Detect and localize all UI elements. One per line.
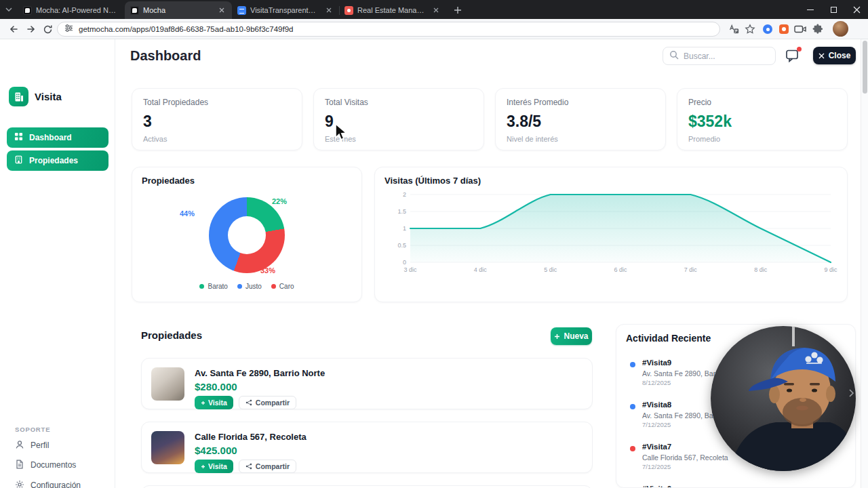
activity-id: #Visita7 xyxy=(642,443,671,451)
legend-dot xyxy=(199,284,204,289)
browser-tab-2-active[interactable]: Mocha xyxy=(125,1,232,19)
sidebar-item-perfil[interactable]: Perfil xyxy=(15,439,49,451)
page-scrollbar xyxy=(861,39,868,488)
legend-item: Justo xyxy=(237,283,262,290)
browser-tab-4[interactable]: Real Estate Management Dash xyxy=(339,1,446,19)
tab-close-icon[interactable] xyxy=(431,5,441,16)
search-box[interactable] xyxy=(663,47,776,65)
notifications-icon[interactable] xyxy=(785,49,800,64)
person-icon xyxy=(15,440,24,451)
forward-icon[interactable] xyxy=(23,21,39,37)
property-title: Calle Florida 567, Recoleta xyxy=(195,432,307,442)
address-bar[interactable]: getmocha.com/apps/019af8d6-6638-75ad-ab1… xyxy=(57,22,720,37)
browser-toolbar: getmocha.com/apps/019af8d6-6638-75ad-ab1… xyxy=(0,19,868,39)
stat-value: 3.8/5 xyxy=(507,113,654,131)
stat-sublabel: Promedio xyxy=(688,135,836,143)
stat-sublabel: Activas xyxy=(143,135,291,143)
brand-name: Visita xyxy=(35,91,62,102)
webcam-overlay xyxy=(711,326,856,471)
sidebar-item-label: Configuración xyxy=(31,481,81,488)
properties-donut-card: Propiedades 44% 22% 33% Barato Justo Car… xyxy=(132,167,362,302)
window-close-button[interactable] xyxy=(845,0,868,19)
property-price: $425.000 xyxy=(195,445,307,456)
activity-dot xyxy=(630,404,635,409)
browser-tab-1[interactable]: Mocha: AI-Powered No-Code A xyxy=(18,1,125,19)
scrollbar-thumb[interactable] xyxy=(863,41,867,94)
translate-icon[interactable] xyxy=(726,21,742,37)
gear-icon xyxy=(15,480,24,488)
sidebar-item-documentos[interactable]: Documentos xyxy=(15,459,76,471)
building-icon xyxy=(14,155,23,166)
visit-button[interactable]: Visita xyxy=(195,396,233,409)
window-minimize-button[interactable] xyxy=(799,0,822,19)
stat-label: Interés Promedio xyxy=(507,98,654,107)
property-price: $280.000 xyxy=(195,381,325,392)
tab-close-icon[interactable] xyxy=(216,5,226,16)
search-input[interactable] xyxy=(684,52,758,61)
visit-button[interactable]: Visita xyxy=(195,460,233,473)
tab-close-icon[interactable] xyxy=(323,5,334,16)
stat-value: 3 xyxy=(143,113,291,131)
property-title: Av. Santa Fe 2890, Barrio Norte xyxy=(195,368,325,378)
share-button[interactable]: Compartir xyxy=(239,460,296,473)
grid-icon xyxy=(14,132,23,143)
new-tab-button[interactable] xyxy=(449,1,467,19)
close-button[interactable]: Close xyxy=(813,47,856,64)
donut-legend: Barato Justo Caro xyxy=(132,283,361,290)
chart-title: Propiedades xyxy=(142,176,195,186)
app-logo[interactable]: Visita xyxy=(9,87,62,106)
extension-orange-icon[interactable] xyxy=(776,21,792,37)
new-property-button[interactable]: Nueva xyxy=(551,327,592,345)
building-logo-icon xyxy=(9,87,28,106)
activity-dot xyxy=(630,362,635,367)
legend-item: Caro xyxy=(271,283,294,290)
chart-title: Visitas (Últimos 7 días) xyxy=(384,176,481,186)
activity-title: Actividad Reciente xyxy=(626,333,711,344)
webcam-person xyxy=(711,326,856,471)
browser-profile-avatar[interactable] xyxy=(833,21,848,37)
site-info-icon[interactable] xyxy=(64,23,73,35)
svg-text:7 dic: 7 dic xyxy=(684,266,698,273)
property-list-item-clipped[interactable] xyxy=(141,485,593,488)
tab-title: Mocha: AI-Powered No-Code A xyxy=(36,6,119,14)
svg-text:6 dic: 6 dic xyxy=(614,266,627,273)
activity-dot xyxy=(630,446,635,451)
visits-line-card: Visitas (Últimos 7 días) 21.510.503 dic4… xyxy=(374,167,848,302)
activity-date: 7/12/2025 xyxy=(642,421,671,428)
stat-sublabel: Nivel de interés xyxy=(507,135,654,143)
screen-capture-icon[interactable] xyxy=(792,21,808,37)
extension-blue-icon[interactable] xyxy=(760,21,776,37)
stat-label: Total Visitas xyxy=(325,98,473,107)
page-title: Dashboard xyxy=(130,48,201,64)
activity-item[interactable]: #Visita6 xyxy=(627,485,846,488)
tab-title: Real Estate Management Dash xyxy=(357,6,427,14)
document-icon xyxy=(15,460,24,471)
donut-label-justo: 44% xyxy=(180,209,195,218)
donut-label-caro: 33% xyxy=(260,266,275,274)
sidebar-item-configuracion[interactable]: Configuración xyxy=(15,479,81,488)
tab-search-chevron-icon[interactable] xyxy=(0,0,18,19)
extensions-puzzle-icon[interactable] xyxy=(810,21,826,37)
reload-icon[interactable] xyxy=(39,21,56,37)
share-button[interactable]: Compartir xyxy=(239,396,296,409)
tab-title: VisitaTransparente - Documen xyxy=(250,6,319,14)
svg-text:3 dic: 3 dic xyxy=(403,266,417,273)
tab-title: Mocha xyxy=(143,6,212,14)
back-icon[interactable] xyxy=(5,21,22,37)
dashboard-favicon-icon xyxy=(344,6,353,15)
browser-tab-3[interactable]: VisitaTransparente - Documen xyxy=(232,1,339,19)
svg-text:1.5: 1.5 xyxy=(397,208,406,215)
sidebar-item-propiedades[interactable]: Propiedades xyxy=(7,150,108,171)
stat-sublabel: Este mes xyxy=(325,135,473,143)
property-list-item[interactable]: Calle Florida 567, Recoleta $425.000 Vis… xyxy=(141,422,593,473)
sidebar-item-dashboard[interactable]: Dashboard xyxy=(7,127,108,148)
property-list-item[interactable]: Av. Santa Fe 2890, Barrio Norte $280.000… xyxy=(141,358,593,409)
stat-label: Total Propiedades xyxy=(143,98,291,107)
property-thumbnail xyxy=(151,367,184,401)
stat-label: Precio xyxy=(688,98,836,107)
activity-date: 8/12/2025 xyxy=(642,379,671,386)
window-maximize-button[interactable] xyxy=(822,0,845,19)
bookmark-star-icon[interactable] xyxy=(742,21,758,37)
donut-label-barato: 22% xyxy=(272,197,287,205)
svg-text:2: 2 xyxy=(403,191,406,198)
